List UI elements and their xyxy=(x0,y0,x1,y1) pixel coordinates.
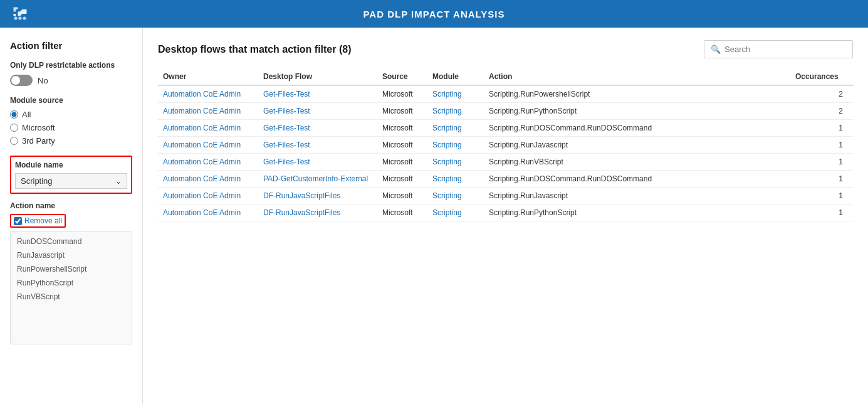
only-dlp-section: Only DLP restrictable actions No xyxy=(10,61,132,86)
action-list-item[interactable]: RunDOSCommand xyxy=(11,235,132,248)
results-table: Owner Desktop Flow Source Module Action … xyxy=(158,68,853,221)
cell-owner: Automation CoE Admin xyxy=(158,205,258,221)
module-dropdown-value: Scripting xyxy=(21,176,53,186)
cell-source: Microsoft xyxy=(377,171,427,188)
radio-all-label: All xyxy=(22,110,31,119)
action-list-item[interactable]: RunPowershellScript xyxy=(11,262,132,276)
flow-link[interactable]: Get-Files-Test xyxy=(263,141,310,149)
cell-source: Microsoft xyxy=(377,85,427,103)
cell-owner: Automation CoE Admin xyxy=(158,103,258,120)
cell-source: Microsoft xyxy=(377,205,427,221)
action-list-item[interactable]: RunVBScript xyxy=(11,290,132,304)
cell-action: Scripting.RunJavascript xyxy=(484,137,790,154)
app-header: PAD DLP IMPACT ANALYSIS xyxy=(0,0,868,28)
module-name-label: Module name xyxy=(15,161,127,169)
table-row: Automation CoE Admin PAD-GetCustomerInfo… xyxy=(158,171,853,188)
cell-module: Scripting xyxy=(427,85,484,103)
sidebar-title: Action filter xyxy=(10,40,132,51)
flow-link[interactable]: Get-Files-Test xyxy=(263,124,310,132)
dlp-toggle[interactable] xyxy=(10,75,33,86)
svg-point-2 xyxy=(23,16,26,19)
col-module-header: Module xyxy=(427,68,484,85)
cell-action: Scripting.RunPowershellScript xyxy=(484,85,790,103)
toggle-row: No xyxy=(10,75,132,86)
col-action-header: Action xyxy=(484,68,790,85)
cell-owner: Automation CoE Admin xyxy=(158,171,258,188)
radio-3rdparty-label: 3rd Party xyxy=(22,136,55,146)
svg-point-1 xyxy=(18,16,21,19)
cell-module: Scripting xyxy=(427,205,484,221)
module-name-section: Module name Scripting ⌄ xyxy=(10,156,132,194)
cell-module: Scripting xyxy=(427,188,484,205)
sidebar: Action filter Only DLP restrictable acti… xyxy=(0,28,143,404)
action-list-item[interactable]: RunJavascript xyxy=(11,248,132,262)
owner-link[interactable]: Automation CoE Admin xyxy=(163,124,241,132)
search-box[interactable]: 🔍 xyxy=(704,40,853,58)
flow-link[interactable]: PAD-GetCustomerInfo-External xyxy=(263,174,368,183)
table-row: Automation CoE Admin Get-Files-Test Micr… xyxy=(158,154,853,171)
table-row: Automation CoE Admin Get-Files-Test Micr… xyxy=(158,137,853,154)
owner-link[interactable]: Automation CoE Admin xyxy=(163,141,241,149)
owner-link[interactable]: Automation CoE Admin xyxy=(163,107,241,115)
owner-link[interactable]: Automation CoE Admin xyxy=(163,174,241,183)
module-dropdown[interactable]: Scripting ⌄ xyxy=(15,173,127,189)
cell-flow: Get-Files-Test xyxy=(258,120,377,137)
cell-action: Scripting.RunPythonScript xyxy=(484,205,790,221)
flow-link[interactable]: DF-RunJavaScriptFiles xyxy=(263,191,340,200)
col-flow-header: Desktop Flow xyxy=(258,68,377,85)
cell-occurrences: 1 xyxy=(790,188,853,205)
action-list: RunDOSCommandRunJavascriptRunPowershellS… xyxy=(10,231,132,344)
cell-module: Scripting xyxy=(427,154,484,171)
remove-all-checkbox[interactable] xyxy=(14,217,22,225)
page-title: PAD DLP IMPACT ANALYSIS xyxy=(363,9,505,19)
owner-link[interactable]: Automation CoE Admin xyxy=(163,191,241,200)
toggle-value-label: No xyxy=(38,76,48,85)
radio-microsoft[interactable]: Microsoft xyxy=(10,123,132,132)
cell-occurrences: 1 xyxy=(790,120,853,137)
col-source-header: Source xyxy=(377,68,427,85)
radio-all[interactable]: All xyxy=(10,110,132,119)
module-source-radio-group: All Microsoft 3rd Party xyxy=(10,110,132,146)
app-logo xyxy=(10,4,30,24)
action-name-section: Action name Remove all RunDOSCommandRunJ… xyxy=(10,201,132,344)
flow-link[interactable]: DF-RunJavaScriptFiles xyxy=(263,208,340,217)
table-row: Automation CoE Admin Get-Files-Test Micr… xyxy=(158,85,853,103)
chevron-down-icon: ⌄ xyxy=(115,177,122,186)
owner-link[interactable]: Automation CoE Admin xyxy=(163,208,241,217)
cell-occurrences: 2 xyxy=(790,85,853,103)
flow-link[interactable]: Get-Files-Test xyxy=(263,90,310,98)
cell-occurrences: 1 xyxy=(790,171,853,188)
table-header: Owner Desktop Flow Source Module Action … xyxy=(158,68,853,85)
radio-microsoft-label: Microsoft xyxy=(22,123,55,132)
cell-flow: Get-Files-Test xyxy=(258,137,377,154)
cell-owner: Automation CoE Admin xyxy=(158,137,258,154)
cell-source: Microsoft xyxy=(377,154,427,171)
cell-flow: PAD-GetCustomerInfo-External xyxy=(258,171,377,188)
cell-action: Scripting.RunVBScript xyxy=(484,154,790,171)
cell-action: Scripting.RunDOSCommand.RunDOSCommand xyxy=(484,171,790,188)
search-icon: 🔍 xyxy=(711,45,721,54)
flow-link[interactable]: Get-Files-Test xyxy=(263,107,310,115)
cell-flow: Get-Files-Test xyxy=(258,103,377,120)
owner-link[interactable]: Automation CoE Admin xyxy=(163,90,241,98)
radio-3rdparty[interactable]: 3rd Party xyxy=(10,136,132,146)
table-row: Automation CoE Admin DF-RunJavaScriptFil… xyxy=(158,188,853,205)
cell-source: Microsoft xyxy=(377,120,427,137)
cell-occurrences: 2 xyxy=(790,103,853,120)
module-source-label: Module source xyxy=(10,96,132,105)
cell-owner: Automation CoE Admin xyxy=(158,120,258,137)
cell-occurrences: 1 xyxy=(790,154,853,171)
search-input[interactable] xyxy=(724,45,846,54)
cell-flow: Get-Files-Test xyxy=(258,85,377,103)
owner-link[interactable]: Automation CoE Admin xyxy=(163,157,241,166)
action-list-item[interactable]: RunPythonScript xyxy=(11,276,132,290)
flow-link[interactable]: Get-Files-Test xyxy=(263,157,310,166)
main-container: Action filter Only DLP restrictable acti… xyxy=(0,28,868,404)
remove-all-label[interactable]: Remove all xyxy=(24,216,62,225)
cell-owner: Automation CoE Admin xyxy=(158,154,258,171)
table-container: Owner Desktop Flow Source Module Action … xyxy=(158,68,853,221)
cell-owner: Automation CoE Admin xyxy=(158,85,258,103)
cell-action: Scripting.RunPythonScript xyxy=(484,103,790,120)
only-dlp-label: Only DLP restrictable actions xyxy=(10,61,132,70)
cell-owner: Automation CoE Admin xyxy=(158,188,258,205)
